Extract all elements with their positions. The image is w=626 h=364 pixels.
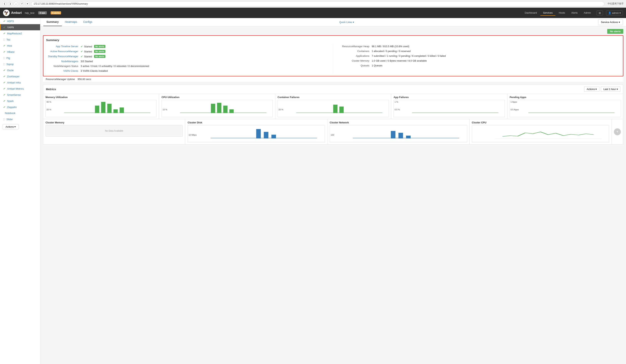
no-data-box-cluster-memory: No Data Available: [45, 125, 183, 137]
summary-label-timeline: App Timeline Server: [46, 45, 81, 48]
sidebar-link-sqoop[interactable]: Sqoop: [6, 63, 14, 66]
summary-row-timeline-server: App Timeline Server ✔ Started No alerts: [46, 44, 329, 49]
summary-row-standby-rm: Standby ResourceManager ✔ Started No ale…: [46, 54, 329, 59]
sidebar-item-sqoop[interactable]: □ Sqoop: [0, 61, 40, 67]
summary-label-active-rm: Active ResourceManager: [46, 50, 81, 53]
sidebar-link-ambari-metrics[interactable]: Ambari Metrics: [7, 87, 24, 90]
status-icon-slider: □: [3, 118, 5, 121]
sidebar-link-zookeeper[interactable]: ZooKeeper: [7, 75, 19, 78]
metric-chart-memory: 40 % 20 %: [45, 100, 157, 117]
nav-admin[interactable]: Admin: [581, 10, 593, 16]
nav-alerts[interactable]: Alerts: [569, 10, 580, 16]
sidebar-item-hive[interactable]: ✔ Hive: [0, 43, 40, 49]
standby-rm-status-icon: ✔: [81, 55, 83, 58]
sidebar-link-slider[interactable]: Slider: [6, 118, 13, 121]
metric-title-pending-apps: Pending Apps: [510, 96, 621, 99]
service-actions-button[interactable]: Service Actions ▾: [598, 19, 623, 25]
sidebar-item-yarn[interactable]: ✔ YARN: [0, 24, 40, 30]
alerts-badge[interactable]: 0 alerts: [51, 11, 61, 14]
active-rm-badge: No alerts: [94, 50, 105, 53]
nav-services[interactable]: Services: [540, 10, 555, 16]
status-icon-zeppelin: ✔: [3, 106, 5, 109]
active-rm-link[interactable]: Active ResourceManager: [50, 50, 78, 53]
refresh-button[interactable]: ↺: [20, 2, 24, 6]
svg-rect-14: [333, 105, 338, 113]
sidebar-link-hive[interactable]: Hive: [7, 44, 12, 47]
sidebar-item-zookeeper[interactable]: ✔ ZooKeeper: [0, 73, 40, 79]
queues-text: 1 Queues: [372, 64, 382, 67]
sidebar-link-pig[interactable]: Pig: [6, 57, 10, 60]
rm-heap-text: 98.1 MB / 910.5 MB (10.8% used): [372, 45, 409, 48]
admin-button[interactable]: 👤 admin ▾: [606, 11, 623, 15]
tab-configs[interactable]: Configs: [80, 18, 95, 26]
add-metric-button[interactable]: +: [614, 128, 621, 135]
nav-hosts[interactable]: Hosts: [556, 10, 568, 16]
sidebar-item-pig[interactable]: □ Pig: [0, 55, 40, 61]
standby-rm-link[interactable]: Standby ResourceManager: [48, 55, 78, 58]
sidebar-link-ambari-infra[interactable]: Ambari Infra: [7, 81, 21, 84]
sidebar-item-smartsense[interactable]: ✔ SmartSense: [0, 92, 40, 98]
sidebar-item-zeppelin[interactable]: ✔ Zeppelin: [0, 104, 40, 110]
metric-chart-pending-apps: 1 Apps 0.5 Apps: [510, 100, 621, 117]
metric-card-app-failures: App Failures 1 % 0.5 %: [391, 94, 507, 119]
metric-chart-cpu: 10 %: [161, 100, 273, 117]
status-icon-mapreduce2: ✔: [3, 32, 5, 35]
metrics-actions-button[interactable]: Actions ▾: [584, 87, 599, 92]
sidebar-item-notebook[interactable]: Notebook: [0, 110, 40, 116]
tab-summary[interactable]: Summary: [43, 18, 62, 26]
sidebar-item-tez[interactable]: □ Tez: [0, 36, 40, 43]
sidebar-link-zeppelin[interactable]: Zeppelin: [7, 106, 17, 109]
home-button[interactable]: ⌂: [14, 2, 18, 6]
sidebar-item-slider[interactable]: □ Slider: [0, 116, 40, 122]
sidebar-link-spark[interactable]: Spark: [7, 100, 14, 103]
sidebar-item-mapreduce2[interactable]: ✔ MapReduce2: [0, 30, 40, 36]
service-tabs-bar: Summary Heatmaps Configs Quick Links ▾ S…: [40, 18, 626, 26]
url-bar[interactable]: [31, 1, 604, 6]
sidebar: ✔ HDFS ✔ YARN ✔ MapReduce2 □ Tez ✔ Hive: [0, 18, 40, 364]
app-timeline-server-link[interactable]: App Timeline Server: [56, 45, 78, 48]
yarn-clients-link[interactable]: YARN Clients: [63, 70, 78, 72]
metric-title-cluster-network: Cluster Network: [330, 121, 467, 124]
summary-right: ResourceManager Heap 98.1 MB / 910.5 MB …: [333, 44, 620, 73]
sidebar-actions-button[interactable]: Actions ▾: [3, 124, 19, 129]
uptime-value: 956.60 secs: [78, 78, 91, 81]
metric-label-af-mid: 0.5 %: [394, 109, 400, 111]
tab-heatmaps[interactable]: Heatmaps: [62, 18, 80, 26]
summary-row-applications: Applications 7 submitted / 1 running / 0…: [337, 54, 620, 58]
metric-label-memory-mid: 20 %: [46, 109, 51, 111]
metric-title-cpu: CPU Utilization: [161, 96, 273, 99]
applications-text: 7 submitted / 1 running / 0 pending / 6 …: [372, 54, 446, 57]
svg-rect-24: [272, 135, 276, 139]
sidebar-link-hbase[interactable]: HBase: [7, 50, 15, 53]
metrics-last-hour-button[interactable]: Last 1 hour ▾: [601, 87, 621, 92]
sidebar-link-mapreduce2[interactable]: MapReduce2: [7, 32, 22, 35]
grid-button[interactable]: ⊞: [597, 11, 603, 15]
sidebar-link-notebook[interactable]: Notebook: [5, 112, 16, 114]
forward-button[interactable]: ❯: [8, 2, 12, 6]
sidebar-item-hbase[interactable]: ✔ HBase: [0, 49, 40, 55]
sidebar-link-tez[interactable]: Tez: [6, 38, 10, 41]
metric-card-cluster-network: Cluster Network 100: [327, 119, 470, 144]
sidebar-link-smartsense[interactable]: SmartSense: [7, 93, 21, 96]
admin-icon: 👤: [608, 11, 611, 14]
sidebar-item-hdfs[interactable]: ✔ HDFS: [0, 18, 40, 24]
bookmark-button[interactable]: ★: [25, 2, 30, 6]
quick-links-button[interactable]: Quick Links ▾: [338, 20, 356, 24]
nodemanagers-link[interactable]: NodeManagers: [61, 60, 78, 63]
chart-svg-memory: [46, 100, 156, 117]
summary-value-nodemanagers: 3/3 Started: [81, 60, 93, 63]
content-area: Summary Heatmaps Configs Quick Links ▾ S…: [40, 18, 626, 364]
sidebar-item-ambari-infra[interactable]: ✔ Ambari Infra: [0, 79, 40, 86]
sidebar-item-oozie[interactable]: ✔ Oozie: [0, 67, 40, 73]
sidebar-item-spark[interactable]: ✔ Spark: [0, 98, 40, 104]
summary-value-active-rm: ✔ Started No alerts: [81, 50, 105, 53]
metric-card-add: +: [612, 119, 623, 144]
no-alerts-button[interactable]: No alerts: [607, 29, 623, 34]
sidebar-item-ambari-metrics[interactable]: ✔ Ambari Metrics: [0, 86, 40, 92]
back-button[interactable]: ❮: [2, 2, 6, 6]
sidebar-link-hdfs[interactable]: HDFS: [7, 20, 14, 23]
sidebar-link-oozie[interactable]: Oozie: [7, 69, 14, 72]
nav-dashboard[interactable]: Dashboard: [522, 10, 540, 16]
ops-badge[interactable]: 0 ops: [38, 11, 47, 14]
cluster-name: hdp_test: [25, 11, 34, 14]
